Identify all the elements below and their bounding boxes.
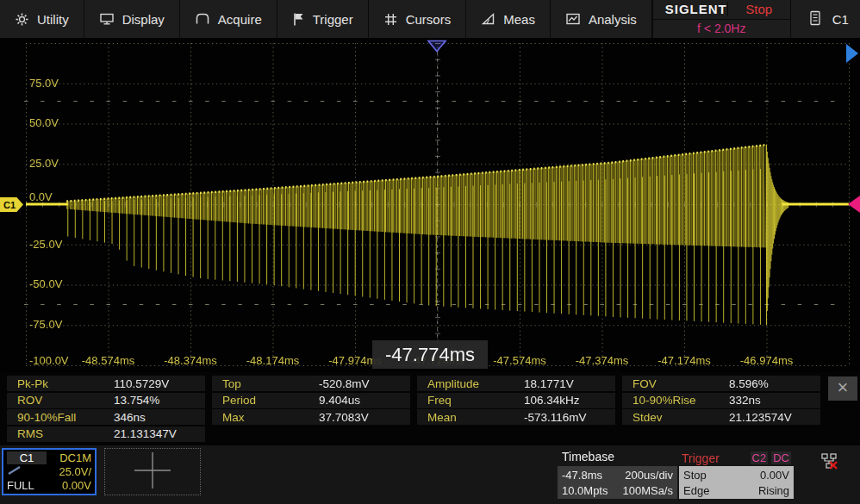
trace-slope-icon — [7, 465, 26, 478]
time-label: -47.574ms — [493, 354, 545, 367]
measurement-label: Mean — [417, 411, 524, 424]
channel1-offset: 0.00V — [62, 479, 91, 492]
trigger-level: 0.00V — [760, 469, 789, 482]
timebase-scale: 200us/div — [625, 469, 673, 482]
timebase-panel[interactable]: Timebase -47.8ms 200us/div 10.0Mpts 100M… — [558, 450, 677, 498]
close-measurements-button[interactable]: × — [828, 376, 857, 401]
measurement-label: RMS — [7, 427, 114, 440]
voltage-label: 0.0V — [29, 190, 53, 203]
time-label: -46.974ms — [740, 354, 793, 367]
measurement-label: ROV — [7, 394, 114, 407]
trigger-title: Trigger — [682, 451, 747, 465]
add-channel-slot[interactable] — [104, 448, 201, 495]
gear-icon — [15, 12, 29, 27]
trigger-mode: Stop — [683, 469, 707, 482]
measurement-label: Stdev — [622, 411, 729, 424]
menu-item-trigger[interactable]: Trigger — [277, 0, 369, 38]
status-top-row: SIGLENT Stop — [653, 0, 790, 20]
flag-icon — [292, 12, 305, 27]
network-disconnected-icon[interactable] — [820, 452, 839, 475]
menu-item-display[interactable]: Display — [84, 0, 180, 38]
menu-item-label: Analysis — [589, 12, 637, 27]
trigger-delay-popup: -47.774ms — [372, 340, 488, 369]
analysis-icon — [565, 12, 581, 26]
display-icon — [99, 12, 115, 26]
measurement-cell[interactable]: Amplitude18.1771V — [417, 376, 615, 391]
time-label: -47.174ms — [657, 354, 710, 367]
measurement-value: 9.404us — [319, 394, 360, 407]
measurement-label: 90-10%Fall — [7, 411, 114, 424]
trigger-panel[interactable]: Trigger C2 DC Stop 0.00V Edge Rising — [679, 450, 794, 498]
active-channel-label: C1 — [832, 12, 849, 27]
measurement-value: 18.1771V — [524, 377, 574, 390]
status-block: SIGLENT Stop f < 2.0Hz — [652, 0, 791, 38]
timebase-title: Timebase — [558, 450, 677, 466]
timebase-sample-rate: 100MSa/s — [622, 484, 673, 497]
channel1-panel[interactable]: C1 DC1M 25.0V/ FULL 0.00V — [2, 448, 97, 495]
trigger-level-marker-icon[interactable] — [848, 196, 860, 213]
measurement-label: Pk-Pk — [7, 377, 114, 390]
voltage-label: 25.0V — [29, 157, 59, 170]
measurement-cell[interactable]: Mean-573.116mV — [417, 409, 615, 425]
cursors-icon — [383, 12, 398, 27]
plus-icon — [133, 451, 172, 494]
measurement-label: FOV — [622, 377, 729, 390]
measurement-cell[interactable]: Period9.404us — [212, 393, 410, 408]
trigger-coupling: DC — [771, 451, 791, 464]
menu-item-meas[interactable]: Meas — [466, 0, 551, 38]
measurement-value: 21.131347V — [114, 427, 177, 440]
measurement-cell[interactable]: ROV13.754% — [7, 393, 205, 408]
measurement-cell[interactable]: Stdev21.123574V — [622, 409, 820, 425]
measurement-value: 8.596% — [729, 377, 769, 390]
measurement-value: -520.8mV — [319, 377, 370, 390]
measurement-label: Amplitude — [417, 377, 524, 390]
trigger-position-marker-icon[interactable] — [427, 40, 447, 56]
voltage-label: -50.0V — [29, 277, 62, 290]
measurement-value: -573.116mV — [524, 411, 587, 424]
channel1-scale: 25.0V/ — [59, 465, 91, 478]
acquisition-status[interactable]: Stop — [727, 2, 790, 16]
measurement-label: Freq — [417, 394, 524, 407]
acquire-icon — [195, 12, 210, 26]
active-channel-badge[interactable]: C1 — [791, 0, 860, 38]
measurement-table: Pk-Pk110.5729VTop-520.8mVAmplitude18.177… — [0, 372, 860, 445]
menu-item-label: Cursors — [406, 12, 452, 27]
menu-item-utility[interactable]: Utility — [0, 0, 84, 38]
measurement-value: 13.754% — [114, 394, 159, 407]
siglent-logo: SIGLENT — [653, 2, 727, 16]
menu-item-label: Display — [122, 12, 165, 27]
voltage-label: -100.0V — [29, 354, 69, 367]
voltage-label: 50.0V — [29, 116, 59, 129]
trigger-offscreen-arrow-icon — [846, 44, 858, 63]
menu-item-acquire[interactable]: Acquire — [180, 0, 277, 38]
menu-item-cursors[interactable]: Cursors — [369, 0, 467, 38]
measurement-value: 110.5729V — [114, 377, 169, 390]
measurement-label: Period — [212, 394, 319, 407]
measurement-cell[interactable]: Pk-Pk110.5729V — [7, 376, 205, 391]
oscilloscope-screen: UtilityDisplayAcquireTriggerCursorsMeasA… — [0, 0, 860, 504]
menu-item-label: Meas — [503, 12, 535, 27]
trigger-frequency-readout: f < 2.0Hz — [653, 20, 790, 39]
measurement-cell[interactable]: 90-10%Fall346ns — [7, 409, 205, 425]
measurement-cell[interactable]: FOV8.596% — [622, 376, 820, 391]
menu-bar: UtilityDisplayAcquireTriggerCursorsMeasA… — [0, 0, 860, 39]
time-label: -48.374ms — [164, 354, 216, 367]
measurement-value: 106.34kHz — [524, 394, 580, 407]
measurement-cell[interactable]: RMS21.131347V — [7, 426, 205, 442]
waveform-display[interactable]: 75.0V50.0V25.0V0.0V-25.0V-50.0V-75.0V-10… — [0, 38, 860, 372]
menu-item-label: Trigger — [313, 12, 353, 27]
menu-item-analysis[interactable]: Analysis — [551, 0, 652, 38]
channel1-bandwidth: FULL — [7, 479, 34, 492]
channel1-coupling: DC1M — [59, 451, 91, 464]
measurement-value: 332ns — [729, 394, 761, 407]
waveform-canvas — [0, 38, 860, 372]
channel1-name: C1 — [7, 451, 47, 464]
voltage-label: -75.0V — [29, 318, 62, 331]
measurement-cell[interactable]: 10-90%Rise332ns — [622, 393, 820, 408]
measurement-cell[interactable]: Freq106.34kHz — [417, 393, 615, 408]
voltage-label: 75.0V — [29, 77, 59, 90]
bottom-status-bar: C1 DC1M 25.0V/ FULL 0.00V Timebase — [0, 445, 860, 504]
measurement-cell[interactable]: Max37.7083V — [212, 409, 410, 425]
measurement-cell[interactable]: Top-520.8mV — [212, 376, 410, 391]
measurement-value: 37.7083V — [319, 411, 369, 424]
